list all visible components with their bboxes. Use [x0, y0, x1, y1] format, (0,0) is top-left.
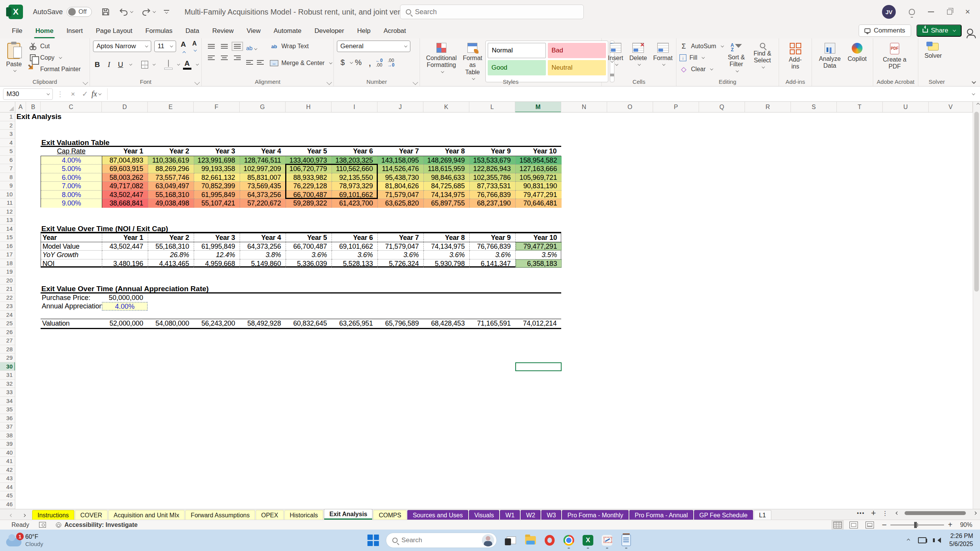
taskbar-app-chrome[interactable]: [561, 531, 577, 549]
row-header-22[interactable]: 22: [0, 293, 15, 302]
sheet-tab-forward-assumptions[interactable]: Forward Assumptions: [185, 510, 255, 520]
tab-options-icon[interactable]: ⋮: [882, 510, 888, 517]
value-cell[interactable]: 82,661,132: [194, 173, 240, 182]
conditional-formatting-button[interactable]: Conditional Formatting: [423, 41, 460, 82]
analyze-data-button[interactable]: Analyze Data: [815, 41, 844, 72]
row-header-8[interactable]: 8: [0, 173, 15, 182]
value-cell[interactable]: 5,930,798: [424, 259, 470, 268]
column-header-C[interactable]: C: [41, 102, 102, 112]
row-header-45[interactable]: 45: [0, 491, 15, 500]
ribbon-tab-page-layout[interactable]: Page Layout: [89, 25, 139, 38]
next-sheet-arrow[interactable]: [23, 514, 26, 517]
sheet-tab-exit-analysis[interactable]: Exit Analysis: [324, 509, 372, 520]
value-cell[interactable]: 71,579,047: [378, 191, 424, 199]
column-header-G[interactable]: G: [240, 102, 286, 112]
ribbon-tab-automate[interactable]: Automate: [267, 25, 308, 38]
decrease-indent-icon[interactable]: [246, 60, 253, 65]
expand-formula-bar-icon[interactable]: [972, 92, 975, 95]
value-cell[interactable]: 87,004,893: [102, 156, 148, 165]
taskbar-app-opera[interactable]: [542, 531, 557, 549]
scroll-up-arrow[interactable]: [977, 103, 980, 106]
row-header-4[interactable]: 4: [0, 139, 15, 147]
ribbon-tab-help[interactable]: Help: [351, 25, 377, 38]
sheet-tab-comps[interactable]: COMPS: [373, 510, 407, 520]
sheet-tab-instructions[interactable]: Instructions: [32, 510, 74, 520]
center-icon[interactable]: [221, 55, 228, 60]
sheet-tab-pro-forma-monthly[interactable]: Pro Forma - Monthly: [562, 510, 629, 520]
valuation-value[interactable]: 60,832,645: [286, 319, 332, 328]
top-align-icon[interactable]: [208, 44, 215, 49]
sheet-tab-pro-forma-annual[interactable]: Pro Forma - Annual: [629, 510, 693, 520]
column-header-S[interactable]: S: [791, 102, 837, 112]
value-cell[interactable]: 3.6%: [470, 251, 516, 259]
italic-button[interactable]: I: [105, 60, 113, 69]
cancel-icon[interactable]: ×: [71, 90, 75, 98]
column-header-U[interactable]: U: [883, 102, 929, 112]
valuation-value[interactable]: 52,000,000: [102, 319, 148, 328]
column-header-D[interactable]: D: [102, 102, 148, 112]
row-header-27[interactable]: 27: [0, 336, 15, 345]
row-header-33[interactable]: 33: [0, 388, 15, 397]
ribbon-tab-formulas[interactable]: Formulas: [139, 25, 179, 38]
cap-rate-cell-7.00%[interactable]: 7.00%: [41, 182, 102, 191]
value-cell[interactable]: 70,852,399: [194, 182, 240, 191]
excel-app-icon[interactable]: X: [8, 5, 23, 19]
ribbon-tab-view[interactable]: View: [240, 25, 267, 38]
value-cell[interactable]: 92,135,550: [332, 173, 378, 182]
style-neutral[interactable]: Neutral: [548, 60, 606, 75]
value-cell[interactable]: 3.6%: [332, 251, 378, 259]
value-cell[interactable]: 73,569,435: [240, 182, 286, 191]
style-good[interactable]: Good: [488, 60, 546, 75]
valuation-value[interactable]: 74,012,214: [515, 319, 561, 328]
merge-center-button[interactable]: ↔Merge & Center: [270, 57, 332, 69]
value-cell[interactable]: 76,766,839: [470, 242, 516, 251]
hscroll-left-arrow[interactable]: [896, 512, 899, 515]
solver-button[interactable]: Solver: [921, 41, 945, 62]
column-header-L[interactable]: L: [469, 102, 515, 112]
row-header-2[interactable]: 2: [0, 121, 15, 130]
hscroll-right-arrow[interactable]: [973, 512, 977, 515]
value-cell[interactable]: 84,725,685: [424, 182, 470, 191]
value-cell[interactable]: 55,168,310: [148, 191, 194, 199]
sheet-tab-acquisition-and-unit-mix[interactable]: Acquisition and Unit MIx: [108, 510, 185, 520]
format-as-table-button[interactable]: Format as Table: [460, 41, 485, 82]
value-cell[interactable]: 43,502,447: [102, 242, 148, 251]
value-cell[interactable]: 3.5%: [516, 251, 562, 259]
clock[interactable]: 2:26 PM 5/6/2025: [949, 532, 973, 548]
user-avatar[interactable]: JV: [882, 5, 896, 19]
fill-button[interactable]: ↓Fill: [679, 52, 724, 64]
value-cell[interactable]: 105,969,721: [516, 173, 562, 182]
value-cell[interactable]: 38,668,841: [102, 199, 148, 208]
value-cell[interactable]: 61,423,700: [332, 199, 378, 208]
ribbon-tab-file[interactable]: File: [5, 25, 29, 38]
new-sheet-button[interactable]: +: [871, 508, 876, 518]
create-pdf-button[interactable]: PDFCreate a PDF: [876, 41, 913, 73]
horizontal-scroll-thumb[interactable]: [905, 511, 966, 515]
row-header-10[interactable]: 10: [0, 190, 15, 199]
value-cell[interactable]: 123,991,698: [194, 156, 240, 165]
row-header-43[interactable]: 43: [0, 474, 15, 483]
value-cell[interactable]: 64,373,256: [240, 191, 286, 199]
find-select-button[interactable]: Find & Select: [749, 41, 776, 75]
value-cell[interactable]: 88,269,296: [148, 165, 194, 173]
row-header-32[interactable]: 32: [0, 380, 15, 388]
accessibility-status[interactable]: Accessibility: Investigate: [56, 522, 137, 528]
cell-sheet-title[interactable]: Exit Analysis: [15, 112, 138, 121]
ribbon-tab-insert[interactable]: Insert: [60, 25, 90, 38]
value-cell[interactable]: 63,049,497: [148, 182, 194, 191]
row-label-noi[interactable]: NOI: [41, 259, 102, 268]
zoom-slider-thumb[interactable]: [914, 522, 917, 528]
font-color-icon[interactable]: A: [183, 60, 191, 70]
row-header-19[interactable]: 19: [0, 267, 15, 276]
tray-expand-icon[interactable]: [906, 539, 910, 542]
sheet-tab-w1[interactable]: W1: [500, 510, 520, 520]
value-cell[interactable]: 6,141,347: [470, 259, 516, 268]
column-header-R[interactable]: R: [745, 102, 791, 112]
orientation-icon[interactable]: ab: [246, 45, 264, 51]
value-cell[interactable]: 61,995,849: [194, 242, 240, 251]
row-header-31[interactable]: 31: [0, 371, 15, 380]
restore-button[interactable]: [947, 10, 952, 15]
cap-rate-cell-9.00%[interactable]: 9.00%: [41, 199, 102, 208]
row-header-11[interactable]: 11: [0, 199, 15, 207]
zoom-in-button[interactable]: +: [948, 520, 952, 529]
